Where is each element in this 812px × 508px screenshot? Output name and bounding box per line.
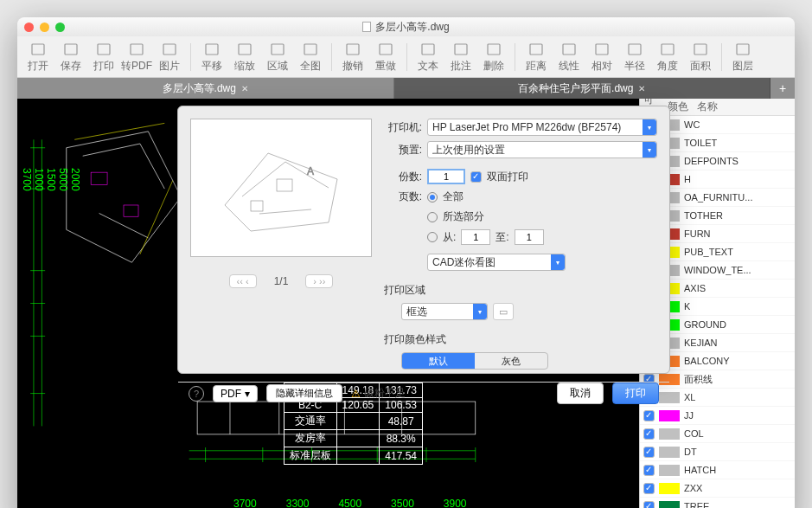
copies-input[interactable]: [427, 169, 465, 184]
layer-visibility-checkbox[interactable]: [643, 447, 655, 458]
svg-rect-4: [163, 44, 176, 55]
warning-icon: ⚠: [351, 388, 361, 400]
layer-name: TREE: [684, 501, 709, 508]
hide-details-button[interactable]: 隐藏详细信息: [266, 384, 342, 402]
toolbar-save-button[interactable]: 保存: [55, 41, 86, 74]
file-tab[interactable]: 百余种住宅户形平面.dwg✕: [394, 78, 771, 99]
duplex-label: 双面打印: [487, 170, 528, 184]
area-mode-select[interactable]: 框选▾: [401, 303, 488, 320]
layer-visibility-checkbox[interactable]: [643, 465, 655, 476]
layer-visibility-checkbox[interactable]: [643, 501, 655, 509]
svg-rect-1: [65, 44, 77, 55]
pick-area-button[interactable]: ▭: [493, 303, 514, 320]
pages-range-radio[interactable]: [427, 232, 438, 242]
toolbar-dist-button[interactable]: 距离: [521, 41, 552, 74]
to-input[interactable]: [515, 229, 544, 245]
from-input[interactable]: [461, 229, 490, 245]
svg-rect-9: [347, 44, 359, 55]
layer-color-swatch[interactable]: [659, 428, 680, 440]
undo-icon: [343, 41, 362, 58]
preview-nav: ‹‹ ‹ 1/1 › ››: [190, 274, 372, 288]
toolbar-note-button[interactable]: 批注: [445, 41, 476, 74]
toolbar-folder-button[interactable]: 打开: [22, 41, 54, 74]
close-icon[interactable]: ✕: [638, 84, 645, 93]
pages-label: 页数:: [384, 190, 422, 204]
cancel-button[interactable]: 取消: [557, 383, 604, 404]
layer-name: K: [684, 301, 690, 312]
full-icon: [301, 41, 320, 58]
layer-row[interactable]: DT: [640, 443, 795, 461]
svg-rect-6: [239, 44, 251, 55]
layer-name: HATCH: [684, 465, 716, 475]
toolbar-layers-button[interactable]: 图层: [727, 41, 758, 74]
toolbar-pdf-button[interactable]: 转PDF: [121, 41, 152, 74]
toolbar-angle-button[interactable]: 角度: [652, 41, 683, 74]
file-tab[interactable]: 多层小高等.dwg✕: [17, 78, 394, 99]
color-style-segment[interactable]: 默认 灰色: [401, 352, 548, 370]
layer-color-swatch[interactable]: [659, 410, 680, 421]
svg-rect-19: [694, 44, 707, 55]
layer-name: OA_FURNITU...: [684, 192, 752, 203]
toolbar-radius-button[interactable]: 半径: [619, 41, 650, 74]
prev-page-button[interactable]: ‹‹ ‹: [229, 274, 257, 288]
layer-visibility-checkbox[interactable]: [643, 428, 655, 440]
help-button[interactable]: ?: [189, 386, 204, 402]
dimension-labels: 37003300450035003900: [233, 498, 496, 508]
toolbar-delete-button[interactable]: 删除: [478, 41, 509, 74]
layer-row[interactable]: COL: [640, 425, 795, 443]
toolbar-image-button[interactable]: 图片: [154, 41, 185, 74]
layer-visibility-checkbox[interactable]: [643, 483, 655, 494]
layer-row[interactable]: ZXX: [640, 479, 795, 498]
app-select[interactable]: CAD迷你看图▾: [427, 254, 566, 271]
page-indicator: 1/1: [274, 275, 289, 287]
toolbar-areac-button[interactable]: 面积: [685, 41, 716, 74]
svg-rect-11: [422, 44, 434, 55]
toolbar-full-button[interactable]: 全图: [295, 41, 326, 74]
toolbar-redo-button[interactable]: 重做: [370, 41, 401, 74]
close-icon[interactable]: ✕: [241, 84, 248, 93]
layer-color-swatch[interactable]: [659, 483, 680, 494]
svg-rect-10: [380, 44, 392, 55]
rel-icon: [592, 41, 611, 58]
layer-name: 面积线: [684, 373, 713, 386]
pages-all-radio[interactable]: [427, 192, 438, 203]
layer-color-swatch[interactable]: [659, 465, 680, 476]
layer-name: FURN: [684, 228, 711, 239]
toolbar-undo-button[interactable]: 撤销: [337, 41, 368, 74]
toolbar-text-button[interactable]: 文本: [412, 41, 444, 74]
svg-rect-49: [124, 205, 138, 216]
seg-default[interactable]: 默认: [402, 353, 475, 369]
radius-icon: [625, 41, 644, 58]
seg-gray[interactable]: 灰色: [475, 353, 547, 369]
layer-row[interactable]: HATCH: [640, 461, 795, 479]
printer-select[interactable]: HP LaserJet Pro MFP M226dw (BF2574)▾: [427, 119, 657, 136]
toolbar-pan-button[interactable]: 平移: [196, 41, 227, 74]
layer-color-swatch[interactable]: [659, 501, 680, 509]
pdf-menu-button[interactable]: PDF▾: [213, 385, 258, 402]
titlebar: 多层小高等.dwg: [17, 17, 795, 36]
svg-marker-50: [225, 153, 337, 231]
preset-select[interactable]: 上次使用的设置▾: [427, 141, 657, 158]
print-preview-pane: A ‹‹ ‹ 1/1 › ››: [190, 119, 372, 370]
print-button[interactable]: 打印: [612, 383, 659, 404]
toolbar-rel-button[interactable]: 相对: [586, 41, 617, 74]
layer-color-swatch[interactable]: [659, 447, 680, 458]
layer-row[interactable]: TREE: [640, 498, 795, 508]
add-tab-button[interactable]: +: [770, 78, 795, 99]
layer-name: COL: [684, 428, 704, 439]
print-dialog: A ‹‹ ‹ 1/1 › ›› 打印机: HP LaserJet Pro MFP…: [177, 106, 670, 374]
layer-name: PUB_TEXT: [684, 247, 733, 257]
toolbar-zoom-button[interactable]: 缩放: [229, 41, 260, 74]
svg-line-38: [83, 144, 140, 156]
next-page-button[interactable]: › ››: [305, 274, 333, 288]
pages-selection-radio[interactable]: [427, 212, 438, 222]
layer-visibility-checkbox[interactable]: [643, 410, 655, 421]
layer-row[interactable]: JJ: [640, 407, 795, 425]
svg-rect-14: [530, 44, 542, 55]
toolbar-area-button[interactable]: 区域: [262, 41, 293, 74]
toolbar-linear-button[interactable]: 线性: [553, 41, 585, 74]
duplex-checkbox[interactable]: [470, 171, 482, 183]
toolbar-print-button[interactable]: 打印: [88, 41, 119, 74]
svg-line-47: [140, 181, 173, 254]
angle-icon: [658, 41, 677, 58]
